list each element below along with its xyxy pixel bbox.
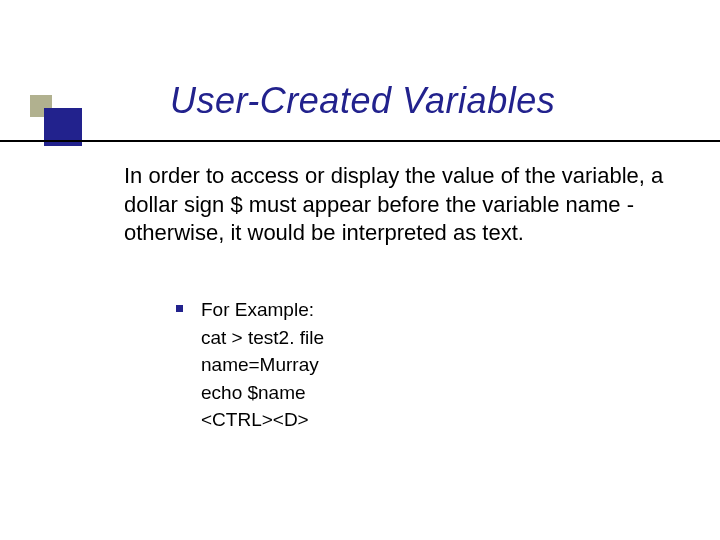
example-line: name=Murray xyxy=(201,351,324,379)
example-lines: For Example: cat > test2. file name=Murr… xyxy=(201,296,324,434)
body-text: In order to access or display the value … xyxy=(124,162,664,248)
example-line: cat > test2. file xyxy=(201,324,324,352)
example-block: For Example: cat > test2. file name=Murr… xyxy=(176,296,596,434)
example-line: <CTRL><D> xyxy=(201,406,324,434)
slide-title: User-Created Variables xyxy=(170,80,555,122)
example-line: echo $name xyxy=(201,379,324,407)
bullet-icon xyxy=(176,305,183,312)
title-underline xyxy=(0,140,720,142)
example-label: For Example: xyxy=(201,296,324,324)
